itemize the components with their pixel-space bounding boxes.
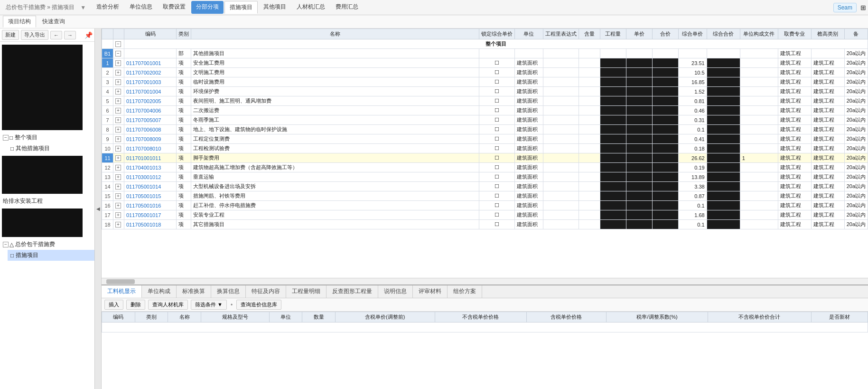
insert-button[interactable]: 插入 (104, 300, 123, 310)
b1-name: 其他措施项目 (191, 49, 479, 58)
top-nav-bar: 总价包干措施费 » 措施项目 ▼ 造价分析 单位信息 取费设置 分部分项 措施项… (0, 0, 868, 15)
left-obscured-mid (2, 156, 83, 194)
tab-biaozhun[interactable]: 标准换算 (177, 285, 211, 298)
expand-b1[interactable]: − (115, 51, 121, 57)
tree-item-paishui[interactable]: 给排水安装工程 (0, 196, 94, 207)
header-project-row: − 整个项目 (102, 39, 868, 49)
tab-huansuaninfo[interactable]: 换算信息 (211, 285, 246, 298)
bottom-th-tax-price: 含税单价价格 (526, 312, 606, 323)
bottom-table-row (102, 323, 868, 332)
pin-icon[interactable]: 📌 (84, 31, 93, 39)
expand-icon[interactable]: ⊞ (860, 4, 866, 11)
nav-qufei[interactable]: 取费设置 (158, 1, 190, 14)
tab-quick-search[interactable]: 快速查询 (37, 16, 70, 28)
expand-row1[interactable]: + (115, 60, 121, 66)
bottom-table: 编码 类别 名称 规格及型号 单位 数量 含税单价(调整前) 不含税单价价格 含… (102, 312, 868, 332)
th-type: 类别 (177, 29, 191, 39)
query-rencaiji-button[interactable]: 查询人材机库 (148, 300, 188, 310)
table-row: 1 + 011707001001 项 安全施工费用 ☐ 建筑面积 23.51 (102, 58, 868, 68)
left-panel: 新建 导入导出 ← → 📌 − □ 整个项目 □ 其他措施项目 给排水安装工程 (0, 28, 95, 389)
tab-project-structure[interactable]: 项目结构 (3, 16, 36, 28)
th-zhhejia: 综合合价 (707, 29, 740, 39)
tree-other-label: 其他措施项目 (16, 144, 50, 152)
horizontal-scrollbar[interactable] (102, 278, 868, 285)
table-row: 12 + 011704001013 项 建筑物超高施工增加费（含超高降效施工等）… (102, 163, 868, 172)
table-row-yellow: 11 + 011701001011 项 脚手架费用 ☐ 建筑面积 26.62 (102, 153, 868, 163)
move-right-button[interactable]: → (64, 31, 76, 39)
table-row: 7 + 011707005007 项 冬雨季施工 ☐ 建筑面积 0.31 (102, 115, 868, 125)
tree-item-cuoshi-project[interactable]: □ 措施项目 (8, 250, 94, 261)
nav-zaojia[interactable]: 造价分析 (92, 1, 124, 14)
import-export-button[interactable]: 导入导出 (21, 30, 48, 40)
expand-whole-project[interactable]: − (115, 41, 121, 47)
nav-qita[interactable]: 其他项目 (259, 1, 291, 14)
th-expr: 工程里表达式 (543, 29, 579, 39)
tree-item-other[interactable]: □ 其他措施项目 (8, 143, 94, 154)
th-zhdanjia: 综合单价 (678, 29, 707, 39)
th-locked: 锁定综合单价 (479, 29, 514, 39)
bottom-tabs: 工料机显示 单位构成 标准换算 换算信息 特征及内容 工程量明细 反查图形工程量… (102, 285, 868, 298)
tab-gonglmingxi[interactable]: 工程量明细 (286, 285, 327, 298)
bottom-toolbar: 插入 删除 查询人材机库 筛选条件 ▼ • 查询造价信息库 (102, 298, 868, 312)
tree-item-cuoshi-general[interactable]: − △ 总价包干措施费 (0, 239, 94, 250)
tree-cuoshi-label: 总价包干措施费 (15, 240, 55, 248)
main-table: 编码 类别 名称 锁定综合单价 单位 工程里表达式 含量 工程量 单价 合价 综… (102, 28, 868, 229)
b1-type: 部 (177, 49, 191, 58)
move-left-button[interactable]: ← (50, 31, 62, 39)
bottom-th-isnew: 是否新材 (811, 312, 868, 323)
nav-fenbufenxiang[interactable]: 分部分项 (191, 1, 224, 14)
table-row: 14 + 011705001014 项 大型机械设备进出场及安拆 ☐ 建筑面积 … (102, 182, 868, 191)
tab-shuoming[interactable]: 说明信息 (378, 285, 413, 298)
tab-fancha[interactable]: 反查图形工程量 (327, 285, 378, 298)
tree-item-root[interactable]: − □ 整个项目 (0, 132, 94, 143)
filter-condition-button[interactable]: 筛选条件 ▼ (191, 300, 227, 310)
tree-paishui-label: 给排水安装工程 (3, 197, 43, 205)
right-panel: 编码 类别 名称 锁定综合单价 单位 工程里表达式 含量 工程量 单价 合价 综… (102, 28, 868, 389)
scroll-thumb[interactable] (106, 279, 135, 284)
bottom-th-notax-total: 不含税单价价合计 (708, 312, 811, 323)
tab-zujiafa[interactable]: 组价方案 (448, 285, 482, 298)
tab-gongliaoji[interactable]: 工料机显示 (102, 285, 142, 298)
b1-row: B1 − 部 其他措施项目 (102, 49, 868, 58)
nav-danwei[interactable]: 单位信息 (125, 1, 157, 14)
table-wrapper[interactable]: 编码 类别 名称 锁定综合单价 单位 工程里表达式 含量 工程量 单价 合价 综… (102, 28, 868, 278)
table-row: 16 + 011705001016 项 赶工补偿、停水停电措施费 ☐ 建筑面积 … (102, 201, 868, 210)
table-row: 3 + 011707001003 项 临时设施费用 ☐ 建筑面积 16.85 (102, 77, 868, 87)
bottom-th-spec: 规格及型号 (201, 312, 269, 323)
new-button[interactable]: 新建 (2, 30, 19, 40)
nav-cuoshi[interactable]: 措施项目 (224, 1, 258, 14)
collapse-root-icon[interactable]: − (3, 135, 9, 141)
bottom-content: 编码 类别 名称 规格及型号 单位 数量 含税单价(调整前) 不含税单价价格 含… (102, 312, 868, 389)
second-toolbar: 项目结构 快速查询 (0, 15, 868, 28)
delete-button[interactable]: 删除 (126, 300, 145, 310)
table-row: 18 + 011705001018 项 其它措施项目 ☐ 建筑面积 0.1 (102, 220, 868, 229)
tree-area: − □ 整个项目 □ 其他措施项目 给排水安装工程 − △ 总价包干措施费 □ (0, 42, 94, 389)
bottom-th-name: 名称 (168, 312, 201, 323)
bottom-th-rate: 税率/调整系数(%) (607, 312, 708, 323)
b1-qufei: 建筑工程 (778, 49, 811, 58)
table-row: 2 + 011707002002 项 文明施工费用 ☐ 建筑面积 10.5 (102, 68, 868, 77)
table-row: 4 + 011707001004 项 环境保护费 ☐ 建筑面积 1.52 (102, 87, 868, 96)
table-row: 5 + 011707002005 项 夜间照明、施工照明、通风增加费 ☐ 建筑面… (102, 96, 868, 106)
collapse-handle[interactable]: ◀ (95, 28, 102, 389)
th-name: 名称 (191, 29, 479, 39)
th-bei: 备 (844, 29, 868, 39)
bottom-th-type: 类别 (135, 312, 168, 323)
th-code: 编码 (124, 29, 177, 39)
th-unit: 单位 (514, 29, 543, 39)
table-row: 10 + 011707008010 项 工程检测试验费 ☐ 建筑面积 0.18 (102, 144, 868, 153)
bottom-th-tax-before: 含税单价(调整前) (335, 312, 435, 323)
folder-icon-2: △ (9, 241, 14, 248)
query-zaojia-button[interactable]: 查询造价信息库 (236, 300, 281, 310)
breadcrumb: 总价包干措施费 » 措施项目 (2, 3, 78, 11)
th-dwcf: 单位构成文件 (740, 29, 778, 39)
table-row: 17 + 011705001017 项 安装专业工程 ☐ 建筑面积 1.68 (102, 210, 868, 220)
whole-project-name: 整个项目 (124, 39, 868, 49)
nav-rencaiji[interactable]: 人材机汇总 (292, 1, 330, 14)
expand-cuoshi-icon[interactable]: − (3, 242, 9, 247)
nav-feiyong[interactable]: 费用汇总 (331, 1, 363, 14)
tab-tezheng[interactable]: 特征及内容 (246, 285, 286, 298)
tab-danweicf[interactable]: 单位构成 (142, 285, 177, 298)
tab-pingshen[interactable]: 评审材料 (413, 285, 448, 298)
bottom-th-notax-price: 不含税单价价格 (435, 312, 526, 323)
